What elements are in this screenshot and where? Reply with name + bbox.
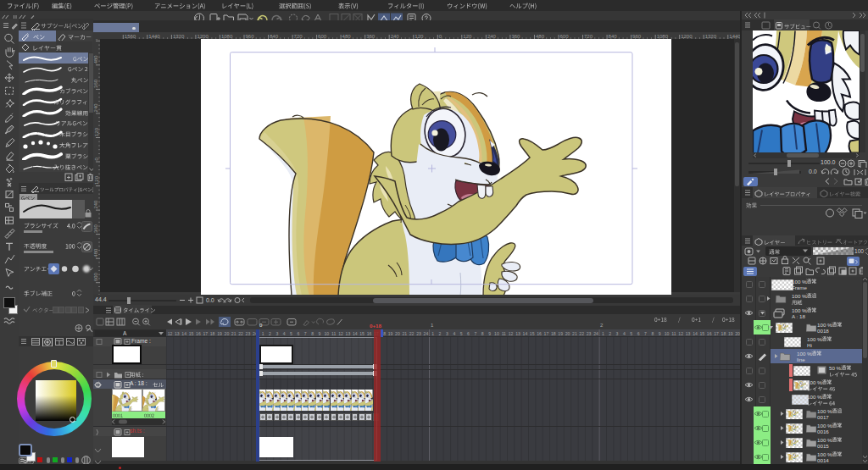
svg-text:600: 600 [94,273,99,282]
svg-text:1440: 1440 [148,34,160,39]
svg-text:16: 16 [537,331,542,336]
svg-text:23: 23 [416,331,421,336]
svg-text:4: 4 [453,331,455,336]
svg-text:360: 360 [366,34,376,39]
svg-text:2: 2 [609,331,611,336]
svg-text:120: 120 [94,127,99,136]
svg-text:9: 9 [488,331,491,336]
svg-text:600: 600 [94,39,99,40]
svg-text:5: 5 [460,331,463,336]
svg-text:12: 12 [509,331,514,336]
svg-text:3: 3 [446,331,448,336]
svg-text:14: 14 [693,331,698,336]
svg-text:15: 15 [530,331,535,336]
svg-text:20: 20 [395,331,400,336]
svg-text:1080: 1080 [657,34,669,39]
svg-text:1560: 1560 [125,34,136,39]
svg-text:360: 360 [94,79,99,88]
svg-text:240: 240 [94,103,99,113]
svg-text:840: 840 [270,34,279,39]
svg-text:13: 13 [175,331,180,336]
svg-text:13: 13 [686,331,691,336]
svg-text:11: 11 [671,331,676,336]
svg-text:7: 7 [474,331,476,336]
svg-text:5: 5 [630,331,632,336]
svg-text:18: 18 [551,331,556,336]
svg-text:21: 21 [231,331,236,336]
svg-text:480: 480 [94,55,99,64]
svg-text:360: 360 [511,34,520,39]
svg-text:12: 12 [678,331,683,336]
svg-text:240: 240 [94,200,99,209]
svg-text:3: 3 [616,331,619,336]
svg-text:16: 16 [196,331,201,336]
svg-text:2: 2 [439,331,442,336]
svg-text:960: 960 [246,34,255,39]
svg-text:600: 600 [560,34,570,39]
svg-text:22: 22 [409,331,415,336]
svg-text:6: 6 [297,331,299,336]
svg-text:20: 20 [225,331,230,336]
svg-text:1: 1 [262,331,264,336]
svg-text:1: 1 [602,331,604,336]
svg-text:11: 11 [502,331,506,336]
svg-text:21: 21 [572,331,577,336]
svg-text:1: 1 [431,331,434,336]
svg-text:9: 9 [319,331,321,336]
svg-text:240: 240 [391,34,400,39]
svg-text:6: 6 [467,331,470,336]
svg-text:840: 840 [609,34,618,39]
svg-text:15: 15 [699,331,704,336]
svg-text:5: 5 [290,331,292,336]
svg-text:2: 2 [269,331,271,336]
svg-text:19: 19 [728,331,733,336]
svg-text:12: 12 [168,331,173,336]
svg-text:13: 13 [515,331,520,336]
svg-text:120: 120 [463,34,472,39]
svg-text:480: 480 [94,248,99,257]
svg-text:4: 4 [623,331,626,336]
svg-text:0: 0 [94,158,99,161]
svg-text:17: 17 [203,331,208,336]
svg-text:3: 3 [275,331,278,336]
svg-text:1320: 1320 [173,34,185,39]
svg-text:23: 23 [587,331,592,336]
svg-text:120: 120 [415,34,424,39]
svg-text:19: 19 [217,331,222,336]
svg-text:14: 14 [523,331,528,336]
svg-text:7: 7 [644,331,647,336]
svg-text:960: 960 [632,34,642,39]
svg-text:1080: 1080 [221,34,233,39]
svg-text:1440: 1440 [729,34,740,39]
svg-text:17: 17 [714,331,719,336]
svg-text:18: 18 [721,331,726,336]
svg-text:19: 19 [388,331,393,336]
svg-text:11: 11 [331,331,336,336]
svg-text:16: 16 [367,331,372,336]
svg-text:16: 16 [707,331,712,336]
svg-text:1320: 1320 [705,34,717,39]
svg-text:480: 480 [342,34,352,39]
svg-text:720: 720 [584,34,593,39]
svg-text:12: 12 [338,331,343,336]
svg-text:7: 7 [304,331,307,336]
svg-text:360: 360 [94,224,99,233]
svg-text:24: 24 [424,331,429,336]
svg-text:9: 9 [659,331,661,336]
svg-text:22: 22 [238,331,243,336]
svg-text:10: 10 [494,331,499,336]
svg-text:13: 13 [346,331,351,336]
svg-text:4: 4 [283,331,286,336]
svg-text:1200: 1200 [681,34,693,39]
svg-text:480: 480 [536,34,545,39]
svg-text:240: 240 [487,34,497,39]
svg-text:19: 19 [558,331,563,336]
svg-text:10: 10 [324,331,329,336]
svg-text:14: 14 [181,331,186,336]
svg-text:8: 8 [651,331,654,336]
svg-text:17: 17 [544,331,549,336]
svg-text:6: 6 [637,331,640,336]
svg-text:24: 24 [593,331,598,336]
svg-text:23: 23 [246,331,251,336]
svg-text:18: 18 [210,331,215,336]
